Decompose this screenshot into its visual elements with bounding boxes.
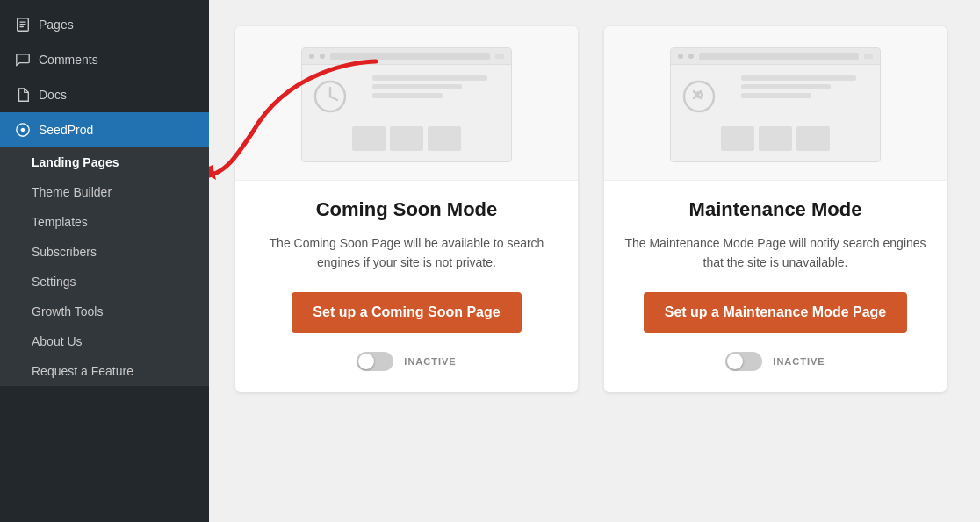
svg-rect-3 [19,26,24,27]
coming-soon-toggle[interactable] [357,352,393,371]
sidebar-item-landing-pages[interactable]: Landing Pages [0,147,209,177]
mock-lines-1 [372,75,501,98]
clock-icon [313,75,348,118]
browser-dot-4 [688,54,694,59]
sidebar: Pages Comments Docs SeedProd [0,0,209,522]
wrench-icon [681,75,717,118]
browser-dot-2 [320,54,325,59]
maintenance-preview [604,26,947,181]
maintenance-mode-title: Maintenance Mode [689,198,862,221]
mock-blocks-2 [721,126,830,151]
maintenance-mode-card: Maintenance Mode The Maintenance Mode Pa… [604,26,947,392]
sidebar-item-pages[interactable]: Pages [0,7,209,42]
coming-soon-description: The Coming Soon Page will be available t… [235,233,578,273]
maintenance-toggle-label: INACTIVE [773,356,825,367]
mock-block-2 [390,126,423,151]
coming-soon-mock-browser [301,47,512,162]
svg-rect-2 [19,24,25,25]
coming-soon-preview [235,26,578,181]
sidebar-item-comments-label: Comments [39,53,98,67]
browser-dot-1 [309,54,314,59]
mock-line-6 [741,93,811,98]
sidebar-item-seedprod[interactable]: SeedProd [0,112,209,147]
sidebar-item-docs[interactable]: Docs [0,77,209,112]
mock-line-4 [741,75,856,81]
mock-block-1 [352,126,386,151]
coming-soon-card: Coming Soon Mode The Coming Soon Page wi… [235,26,578,392]
maintenance-mode-description: The Maintenance Mode Page will notify se… [604,233,947,273]
pages-icon [14,16,32,33]
browser-menu-icon-1 [495,54,504,59]
mock-line-1 [372,75,487,81]
sidebar-item-docs-label: Docs [39,88,67,102]
maintenance-mock-browser [670,47,881,162]
sidebar-item-settings[interactable]: Settings [0,267,209,297]
sidebar-item-about-us[interactable]: About Us [0,326,209,356]
sidebar-item-subscribers[interactable]: Subscribers [0,237,209,267]
comments-icon [14,51,32,68]
docs-icon [14,86,32,104]
browser-url-bar-2 [699,53,859,60]
mock-browser-bar-2 [671,48,880,65]
sidebar-item-comments[interactable]: Comments [0,42,209,77]
browser-dot-3 [678,54,683,59]
maintenance-toggle[interactable] [725,352,762,371]
mock-line-2 [372,84,462,89]
mock-browser-body-2 [671,65,880,161]
mock-block-5 [759,126,792,151]
mock-line-5 [741,84,831,89]
sidebar-item-pages-label: Pages [39,18,74,32]
coming-soon-button[interactable]: Set up a Coming Soon Page [292,292,521,333]
mock-content-row-2 [681,75,869,118]
sidebar-item-theme-builder[interactable]: Theme Builder [0,177,209,207]
sidebar-item-growth-tools[interactable]: Growth Tools [0,297,209,326]
maintenance-toggle-row: INACTIVE [725,352,825,371]
coming-soon-title: Coming Soon Mode [316,198,498,221]
svg-rect-1 [19,21,25,22]
sidebar-item-seedprod-label: SeedProd [39,123,93,137]
sidebar-item-request-feature[interactable]: Request a Feature [0,356,209,386]
svg-point-10 [696,92,702,97]
mock-content-row-1 [313,75,501,118]
sidebar-item-templates[interactable]: Templates [0,207,209,237]
cards-row: Coming Soon Mode The Coming Soon Page wi… [235,26,954,392]
svg-line-8 [330,97,337,100]
mock-blocks-1 [352,126,461,151]
main-wrapper: Coming Soon Mode The Coming Soon Page wi… [209,0,980,522]
mock-browser-body-1 [302,65,511,161]
seedprod-icon [14,121,32,139]
browser-url-bar-1 [330,53,490,60]
main-content: Coming Soon Mode The Coming Soon Page wi… [209,0,980,418]
mock-line-3 [372,93,443,98]
mock-block-4 [721,126,754,151]
mock-block-6 [796,126,830,151]
mock-browser-bar-1 [302,48,511,65]
maintenance-mode-button[interactable]: Set up a Maintenance Mode Page [644,292,908,333]
mock-block-3 [428,126,461,151]
coming-soon-toggle-row: INACTIVE [357,352,456,371]
coming-soon-toggle-label: INACTIVE [404,356,456,367]
sidebar-submenu: Landing Pages Theme Builder Templates Su… [0,147,209,386]
browser-menu-icon-2 [864,54,873,59]
mock-lines-2 [741,75,869,98]
